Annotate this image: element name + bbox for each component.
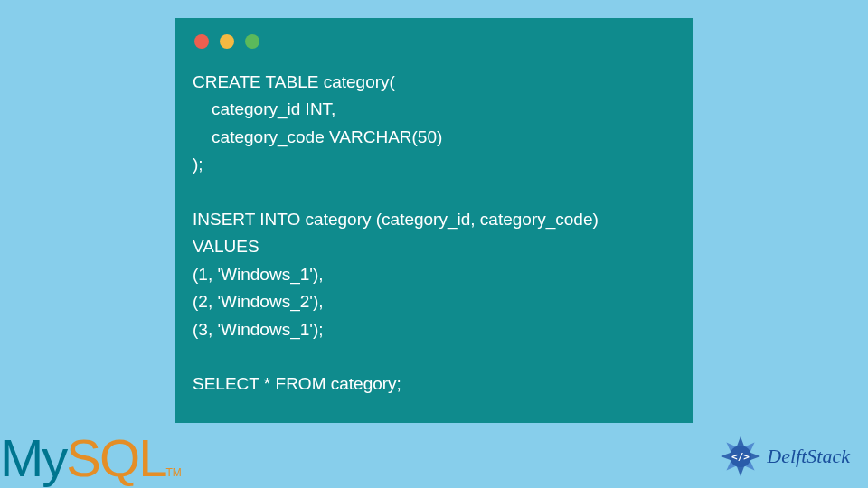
mysql-logo-my: My xyxy=(0,428,66,487)
traffic-lights xyxy=(193,34,675,49)
mysql-logo-sql: SQL xyxy=(66,428,165,487)
minimize-dot-icon xyxy=(220,34,234,49)
mysql-logo-tm: TM xyxy=(165,466,181,479)
svg-text:</>: </> xyxy=(731,451,750,463)
maximize-dot-icon xyxy=(245,34,259,49)
code-block: CREATE TABLE category( category_id INT, … xyxy=(193,69,675,399)
delftstack-logo: </> DelftStack xyxy=(718,434,850,479)
delftstack-text: DelftStack xyxy=(767,445,850,468)
delftstack-icon: </> xyxy=(718,434,763,479)
close-dot-icon xyxy=(194,34,209,49)
code-window: CREATE TABLE category( category_id INT, … xyxy=(175,18,693,423)
mysql-logo: MySQLTM xyxy=(0,427,182,488)
